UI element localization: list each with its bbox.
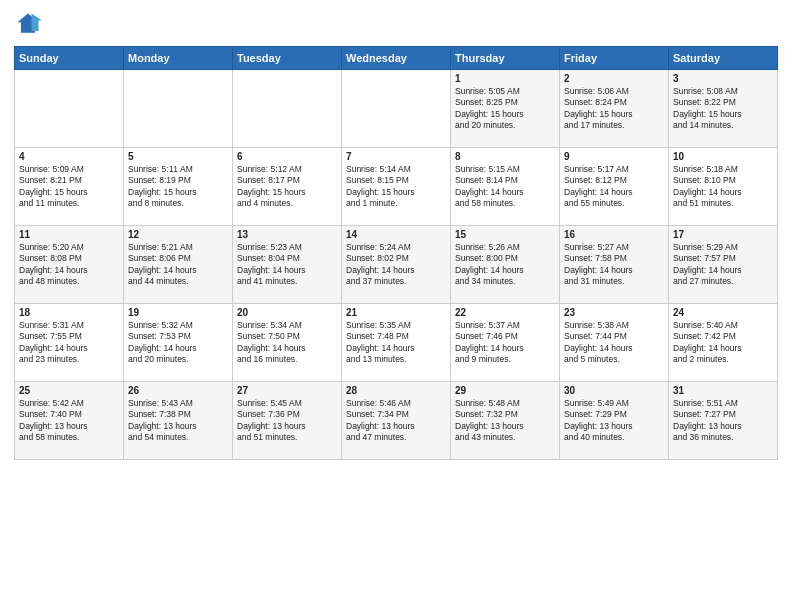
day-number: 19 <box>128 307 228 318</box>
day-cell: 1Sunrise: 5:05 AM Sunset: 8:25 PM Daylig… <box>451 70 560 148</box>
day-cell: 10Sunrise: 5:18 AM Sunset: 8:10 PM Dayli… <box>669 148 778 226</box>
day-cell: 6Sunrise: 5:12 AM Sunset: 8:17 PM Daylig… <box>233 148 342 226</box>
day-number: 13 <box>237 229 337 240</box>
day-cell <box>124 70 233 148</box>
day-info: Sunrise: 5:35 AM Sunset: 7:48 PM Dayligh… <box>346 320 446 366</box>
day-cell: 7Sunrise: 5:14 AM Sunset: 8:15 PM Daylig… <box>342 148 451 226</box>
day-number: 15 <box>455 229 555 240</box>
day-info: Sunrise: 5:21 AM Sunset: 8:06 PM Dayligh… <box>128 242 228 288</box>
day-info: Sunrise: 5:40 AM Sunset: 7:42 PM Dayligh… <box>673 320 773 366</box>
day-cell: 9Sunrise: 5:17 AM Sunset: 8:12 PM Daylig… <box>560 148 669 226</box>
day-number: 10 <box>673 151 773 162</box>
day-cell: 16Sunrise: 5:27 AM Sunset: 7:58 PM Dayli… <box>560 226 669 304</box>
day-info: Sunrise: 5:18 AM Sunset: 8:10 PM Dayligh… <box>673 164 773 210</box>
day-number: 31 <box>673 385 773 396</box>
day-info: Sunrise: 5:23 AM Sunset: 8:04 PM Dayligh… <box>237 242 337 288</box>
day-info: Sunrise: 5:37 AM Sunset: 7:46 PM Dayligh… <box>455 320 555 366</box>
day-info: Sunrise: 5:09 AM Sunset: 8:21 PM Dayligh… <box>19 164 119 210</box>
day-info: Sunrise: 5:14 AM Sunset: 8:15 PM Dayligh… <box>346 164 446 210</box>
header <box>14 10 778 38</box>
page: SundayMondayTuesdayWednesdayThursdayFrid… <box>0 0 792 612</box>
day-cell: 2Sunrise: 5:06 AM Sunset: 8:24 PM Daylig… <box>560 70 669 148</box>
day-number: 4 <box>19 151 119 162</box>
day-cell: 23Sunrise: 5:38 AM Sunset: 7:44 PM Dayli… <box>560 304 669 382</box>
col-header-saturday: Saturday <box>669 47 778 70</box>
day-number: 18 <box>19 307 119 318</box>
day-info: Sunrise: 5:32 AM Sunset: 7:53 PM Dayligh… <box>128 320 228 366</box>
day-cell: 26Sunrise: 5:43 AM Sunset: 7:38 PM Dayli… <box>124 382 233 460</box>
day-info: Sunrise: 5:12 AM Sunset: 8:17 PM Dayligh… <box>237 164 337 210</box>
day-info: Sunrise: 5:15 AM Sunset: 8:14 PM Dayligh… <box>455 164 555 210</box>
day-number: 9 <box>564 151 664 162</box>
day-info: Sunrise: 5:06 AM Sunset: 8:24 PM Dayligh… <box>564 86 664 132</box>
day-number: 23 <box>564 307 664 318</box>
day-number: 7 <box>346 151 446 162</box>
day-cell <box>233 70 342 148</box>
logo <box>14 10 46 38</box>
day-info: Sunrise: 5:49 AM Sunset: 7:29 PM Dayligh… <box>564 398 664 444</box>
day-number: 3 <box>673 73 773 84</box>
day-number: 11 <box>19 229 119 240</box>
day-number: 1 <box>455 73 555 84</box>
day-number: 12 <box>128 229 228 240</box>
day-cell: 12Sunrise: 5:21 AM Sunset: 8:06 PM Dayli… <box>124 226 233 304</box>
day-cell: 22Sunrise: 5:37 AM Sunset: 7:46 PM Dayli… <box>451 304 560 382</box>
day-cell: 20Sunrise: 5:34 AM Sunset: 7:50 PM Dayli… <box>233 304 342 382</box>
col-header-friday: Friday <box>560 47 669 70</box>
day-cell: 31Sunrise: 5:51 AM Sunset: 7:27 PM Dayli… <box>669 382 778 460</box>
day-info: Sunrise: 5:46 AM Sunset: 7:34 PM Dayligh… <box>346 398 446 444</box>
day-info: Sunrise: 5:11 AM Sunset: 8:19 PM Dayligh… <box>128 164 228 210</box>
day-info: Sunrise: 5:51 AM Sunset: 7:27 PM Dayligh… <box>673 398 773 444</box>
day-cell: 5Sunrise: 5:11 AM Sunset: 8:19 PM Daylig… <box>124 148 233 226</box>
day-number: 30 <box>564 385 664 396</box>
day-info: Sunrise: 5:24 AM Sunset: 8:02 PM Dayligh… <box>346 242 446 288</box>
header-row: SundayMondayTuesdayWednesdayThursdayFrid… <box>15 47 778 70</box>
day-info: Sunrise: 5:26 AM Sunset: 8:00 PM Dayligh… <box>455 242 555 288</box>
day-info: Sunrise: 5:08 AM Sunset: 8:22 PM Dayligh… <box>673 86 773 132</box>
svg-marker-1 <box>32 14 43 32</box>
day-cell: 25Sunrise: 5:42 AM Sunset: 7:40 PM Dayli… <box>15 382 124 460</box>
day-info: Sunrise: 5:38 AM Sunset: 7:44 PM Dayligh… <box>564 320 664 366</box>
week-row-3: 11Sunrise: 5:20 AM Sunset: 8:08 PM Dayli… <box>15 226 778 304</box>
day-number: 27 <box>237 385 337 396</box>
day-number: 17 <box>673 229 773 240</box>
day-info: Sunrise: 5:05 AM Sunset: 8:25 PM Dayligh… <box>455 86 555 132</box>
day-cell: 18Sunrise: 5:31 AM Sunset: 7:55 PM Dayli… <box>15 304 124 382</box>
day-number: 26 <box>128 385 228 396</box>
col-header-wednesday: Wednesday <box>342 47 451 70</box>
day-cell: 19Sunrise: 5:32 AM Sunset: 7:53 PM Dayli… <box>124 304 233 382</box>
day-cell: 29Sunrise: 5:48 AM Sunset: 7:32 PM Dayli… <box>451 382 560 460</box>
day-info: Sunrise: 5:29 AM Sunset: 7:57 PM Dayligh… <box>673 242 773 288</box>
day-cell: 14Sunrise: 5:24 AM Sunset: 8:02 PM Dayli… <box>342 226 451 304</box>
day-cell: 13Sunrise: 5:23 AM Sunset: 8:04 PM Dayli… <box>233 226 342 304</box>
day-number: 2 <box>564 73 664 84</box>
col-header-sunday: Sunday <box>15 47 124 70</box>
day-cell: 21Sunrise: 5:35 AM Sunset: 7:48 PM Dayli… <box>342 304 451 382</box>
day-info: Sunrise: 5:48 AM Sunset: 7:32 PM Dayligh… <box>455 398 555 444</box>
day-info: Sunrise: 5:42 AM Sunset: 7:40 PM Dayligh… <box>19 398 119 444</box>
day-info: Sunrise: 5:34 AM Sunset: 7:50 PM Dayligh… <box>237 320 337 366</box>
col-header-tuesday: Tuesday <box>233 47 342 70</box>
day-cell: 3Sunrise: 5:08 AM Sunset: 8:22 PM Daylig… <box>669 70 778 148</box>
day-number: 22 <box>455 307 555 318</box>
col-header-thursday: Thursday <box>451 47 560 70</box>
logo-icon <box>14 10 42 38</box>
day-cell: 28Sunrise: 5:46 AM Sunset: 7:34 PM Dayli… <box>342 382 451 460</box>
day-number: 14 <box>346 229 446 240</box>
day-number: 25 <box>19 385 119 396</box>
day-cell: 27Sunrise: 5:45 AM Sunset: 7:36 PM Dayli… <box>233 382 342 460</box>
day-cell <box>342 70 451 148</box>
day-number: 28 <box>346 385 446 396</box>
day-number: 29 <box>455 385 555 396</box>
day-number: 16 <box>564 229 664 240</box>
col-header-monday: Monday <box>124 47 233 70</box>
week-row-5: 25Sunrise: 5:42 AM Sunset: 7:40 PM Dayli… <box>15 382 778 460</box>
day-info: Sunrise: 5:27 AM Sunset: 7:58 PM Dayligh… <box>564 242 664 288</box>
day-cell: 8Sunrise: 5:15 AM Sunset: 8:14 PM Daylig… <box>451 148 560 226</box>
week-row-2: 4Sunrise: 5:09 AM Sunset: 8:21 PM Daylig… <box>15 148 778 226</box>
day-info: Sunrise: 5:17 AM Sunset: 8:12 PM Dayligh… <box>564 164 664 210</box>
day-info: Sunrise: 5:20 AM Sunset: 8:08 PM Dayligh… <box>19 242 119 288</box>
day-number: 21 <box>346 307 446 318</box>
day-cell: 17Sunrise: 5:29 AM Sunset: 7:57 PM Dayli… <box>669 226 778 304</box>
week-row-1: 1Sunrise: 5:05 AM Sunset: 8:25 PM Daylig… <box>15 70 778 148</box>
